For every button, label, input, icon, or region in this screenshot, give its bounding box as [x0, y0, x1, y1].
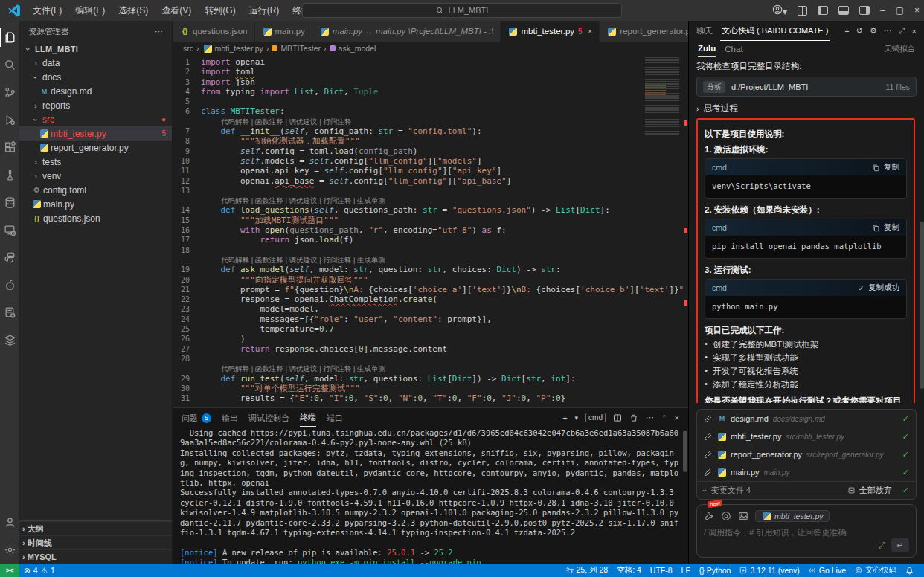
context-chip[interactable]: mbti_tester.py: [755, 510, 830, 522]
codelens-actions[interactable]: 代码解释 | 函数注释 | 调优建议 | 行间注释 | 生成单测: [201, 196, 385, 205]
tab-main.py[interactable]: main.py: [255, 21, 312, 42]
status-LF[interactable]: LF: [677, 566, 695, 575]
minimize-button[interactable]: –: [880, 5, 885, 16]
panel-tab-终端[interactable]: 终端: [300, 408, 316, 427]
panel-tab-调试控制台[interactable]: 调试控制台: [248, 408, 289, 427]
status-行-25-列-28[interactable]: 行 25, 列 28: [562, 565, 612, 576]
copy-button[interactable]: 复制: [872, 222, 899, 233]
changed-file-row[interactable]: Mdesign.mddocs/design.md✓: [697, 410, 916, 428]
testing-activity-icon[interactable]: [0, 161, 19, 189]
tree-item-tests[interactable]: ›tests: [19, 155, 172, 169]
new-terminal-icon[interactable]: +: [562, 413, 567, 422]
explorer-more-icon[interactable]: ⋯: [155, 27, 163, 36]
status-文心快码[interactable]: 文心快码: [850, 565, 901, 576]
changed-file-row[interactable]: mbti_tester.pysrc/mbti_tester.py✓: [697, 428, 916, 445]
copied-indicator[interactable]: ✓复制成功: [858, 283, 899, 293]
edit-icon[interactable]: [704, 468, 712, 477]
close-panel-icon[interactable]: ×: [675, 413, 679, 422]
settings-icon[interactable]: [0, 536, 19, 564]
jupyter-activity-icon[interactable]: [0, 271, 19, 299]
tree-item-reports[interactable]: ›reports: [19, 98, 172, 112]
command-center-search[interactable]: LLM_MBTI: [302, 3, 622, 18]
code-editor[interactable]: 1import openai2import toml3import json4f…: [173, 55, 688, 407]
layers-activity-icon[interactable]: [0, 326, 19, 354]
tree-item-report_generator.py[interactable]: report_generator.py: [19, 141, 172, 155]
toggle-panel-icon[interactable]: [838, 6, 849, 15]
tree-item-docs[interactable]: ›docs: [19, 70, 172, 84]
breadcrumb-item[interactable]: MBTITester: [280, 44, 321, 53]
problems-status[interactable]: ⊗4⚠1: [19, 566, 60, 575]
accept-check-icon[interactable]: ✓: [902, 468, 909, 477]
chat-scrollbar[interactable]: [920, 222, 924, 389]
menu-item[interactable]: 选择(S): [112, 2, 154, 19]
tree-item-questions.json[interactable]: {}questions.json: [19, 211, 172, 225]
run-debug-activity-icon[interactable]: [0, 106, 19, 134]
command-text[interactable]: python main.py: [705, 296, 906, 318]
terminal-output[interactable]: Using cached https://pypi.tuna.tsinghua.…: [173, 427, 688, 564]
comate-title[interactable]: 文心快码 ( BAIDU COMATE ): [720, 21, 830, 41]
command-text[interactable]: pip install openai pandas matplotlib: [705, 236, 906, 258]
database-activity-icon[interactable]: [0, 189, 19, 216]
tab-main.py[interactable]: main.py ↔ main.py \Project\LLM_MBTI - .\: [312, 21, 501, 42]
discard-all-button[interactable]: 全部放弃: [847, 485, 892, 496]
chevron-down-icon[interactable]: ›: [701, 489, 710, 492]
toggle-secondary-sidebar-icon[interactable]: [859, 6, 870, 15]
send-button[interactable]: ↵: [891, 538, 909, 552]
codelens-actions[interactable]: 代码解释 | 函数注释 | 调优建议 | 行间注释 | 生成单测: [201, 255, 385, 265]
tree-item-main.py[interactable]: main.py: [19, 197, 172, 211]
remote-explorer-activity-icon[interactable]: [0, 216, 19, 244]
status-Go-Live[interactable]: Go Live: [804, 566, 850, 575]
menu-item[interactable]: 编辑(E): [69, 2, 111, 19]
menu-item[interactable]: 转到(G): [199, 2, 241, 19]
sidebar-section-大纲[interactable]: ›大纲: [19, 521, 172, 535]
sidebar-section-MYSQL[interactable]: ›MYSQL: [19, 549, 172, 564]
breadcrumb-item[interactable]: src: [183, 44, 193, 53]
edit-icon[interactable]: [704, 415, 712, 423]
toggle-sidebar-icon[interactable]: [818, 6, 828, 15]
tab-chat[interactable]: Chat: [725, 45, 742, 54]
status-UTF-8[interactable]: UTF-8: [646, 566, 677, 575]
maximize-button[interactable]: ▢: [896, 5, 904, 16]
chat-input[interactable]: new mbti_tester.py / 调用指令，# 引用知识，让回答更准确 …: [696, 504, 917, 558]
changed-file-row[interactable]: report_generator.pysrc/report_generator.…: [697, 445, 916, 463]
tree-item-mbti_tester.py[interactable]: mbti_tester.py5: [19, 126, 172, 141]
tree-item-venv[interactable]: ›venv: [19, 169, 172, 183]
image-icon[interactable]: [738, 511, 748, 521]
source-control-activity-icon[interactable]: [0, 79, 19, 106]
python-activity-icon[interactable]: [0, 244, 19, 271]
customize-layout-icon[interactable]: [798, 6, 807, 16]
tab-zulu[interactable]: Zulu: [698, 41, 716, 57]
kill-terminal-icon[interactable]: [629, 413, 638, 422]
tree-item-data[interactable]: ›data: [19, 56, 172, 70]
settings-icon[interactable]: ⚙: [870, 26, 877, 36]
tab-report_generator.py[interactable]: report_generator.py: [600, 21, 702, 42]
notebook-gear-activity-icon[interactable]: [0, 299, 19, 326]
chat-left-tab[interactable]: 聊天: [696, 25, 713, 36]
accept-check-icon[interactable]: ✓: [902, 414, 909, 424]
more-icon[interactable]: ⋯: [646, 413, 654, 422]
at-target-icon[interactable]: [721, 511, 731, 521]
extensions-activity-icon[interactable]: [0, 134, 19, 161]
panel-tab-输出[interactable]: 输出: [222, 408, 238, 427]
explorer-activity-icon[interactable]: [0, 24, 19, 51]
edit-icon[interactable]: [704, 433, 712, 441]
profile-icon[interactable]: ▾: [772, 4, 787, 17]
remote-indicator[interactable]: ><: [0, 564, 19, 577]
menu-item[interactable]: 运行(R): [243, 2, 286, 19]
status-空格-4[interactable]: 空格: 4: [612, 565, 646, 576]
expand-input-icon[interactable]: ⤢: [878, 540, 885, 550]
accept-check-icon[interactable]: ✓: [902, 432, 909, 442]
command-text[interactable]: venv\Scripts\activate: [705, 175, 906, 198]
panel-tab-问题[interactable]: 问题5: [182, 408, 211, 427]
sidebar-section-时间线[interactable]: ›时间线: [19, 535, 172, 549]
breadcrumb-item[interactable]: ask_model: [339, 44, 376, 53]
copy-button[interactable]: 复制: [872, 162, 899, 173]
thinking-toggle[interactable]: ›思考过程: [696, 103, 917, 114]
tools-icon[interactable]: [704, 511, 714, 521]
codelens-actions[interactable]: 代码解释 | 函数注释 | 调优建议 | 行间注释: [201, 117, 351, 126]
close-button[interactable]: ×: [914, 5, 920, 16]
codelens-actions[interactable]: 代码解释 | 函数注释 | 调优建议 | 行间注释 | 生成单测: [201, 364, 385, 373]
terminal-dropdown-icon[interactable]: ▾: [575, 414, 579, 422]
edit-icon[interactable]: [704, 451, 712, 459]
close-panel-icon[interactable]: ×: [912, 27, 917, 36]
